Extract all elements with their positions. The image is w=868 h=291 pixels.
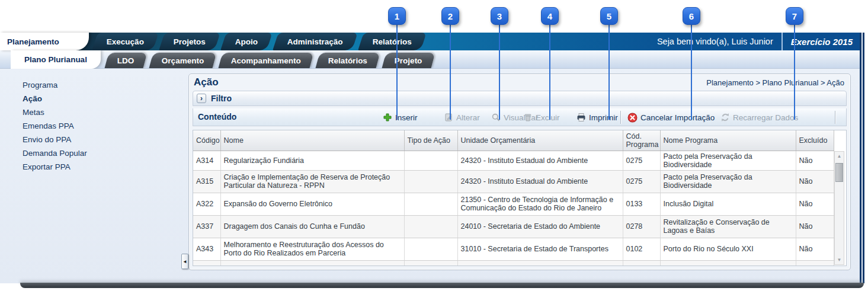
breadcrumb: Planejamento > Plano Plurianual > Ação — [706, 78, 844, 87]
app-window: Planejamento Execução Projetos Apoio Adm… — [0, 33, 864, 283]
cell-cod-programa: 0102 — [623, 238, 660, 260]
filter-bar[interactable]: › Filtro — [193, 91, 847, 106]
sidebar-item-emendas-ppa[interactable]: Emendas PPA — [0, 119, 188, 133]
cell-excluido: Não — [796, 193, 834, 215]
data-table-wrapper: Código Nome Tipo de Ação Unidade Orçamen… — [193, 130, 847, 266]
printer-icon — [576, 113, 586, 122]
cell-tipo — [404, 151, 457, 170]
cell-cod-programa: 0278 — [623, 215, 660, 238]
column-header-nome[interactable]: Nome — [220, 130, 404, 151]
scroll-up-arrow[interactable]: ▲ — [835, 152, 844, 161]
sidebar-item-exportar-ppa[interactable]: Exportar PPA — [0, 160, 188, 174]
filter-label: Filtro — [211, 94, 232, 103]
cell-nome: Dragagem dos Canais do Cunha e Fundão — [220, 215, 404, 238]
sidebar-item-programa[interactable]: Programa — [0, 78, 188, 92]
cell-unidade: 24320 - Instituto Estadual do Ambiente — [457, 151, 623, 170]
column-header-tipo-de-acao[interactable]: Tipo de Ação — [404, 130, 457, 151]
scroll-down-arrow[interactable]: ▼ — [835, 255, 844, 264]
column-header-unidade-orcamentaria[interactable]: Unidade Orçamentária — [457, 130, 623, 151]
sidebar-item-metas[interactable]: Metas — [0, 105, 188, 119]
cell-cod-programa: 0133 — [623, 193, 660, 215]
button-label: Cancelar Importação — [640, 113, 715, 122]
table-row[interactable]: A322 Expansão do Governo Eletrônico 2135… — [193, 193, 834, 215]
secondary-nav: Plano Plurianual LDO Orçamento Acompanha… — [0, 50, 860, 69]
sidebar: Programa Ação Metas Emendas PPA Envio do… — [0, 69, 188, 283]
print-button[interactable]: Imprimir — [576, 111, 618, 124]
table-row[interactable]: A343 Melhoramento e Reestruturação dos A… — [193, 238, 834, 260]
tab-label: Apoio — [235, 37, 258, 46]
tab-projetos[interactable]: Projetos — [159, 33, 220, 50]
toolbar-label: Conteúdo — [198, 112, 236, 121]
callout-line-2 — [450, 8, 451, 120]
cancel-import-button[interactable]: Cancelar Importação — [627, 111, 715, 124]
page: 1 2 3 4 5 6 7 Planejamento Execução Proj… — [0, 0, 868, 291]
insert-button[interactable]: Inserir — [383, 111, 418, 124]
table-row[interactable]: A398 Auditoria das Folhas de Pagamento 1… — [193, 260, 834, 266]
tab-execucao[interactable]: Execução — [92, 33, 159, 50]
sidebar-collapse-handle[interactable]: ◄ — [181, 254, 188, 269]
cell-nome-programa: Revitalização e Conservação de Lagoas e … — [660, 215, 796, 238]
tab-ldo[interactable]: LDO — [105, 53, 147, 68]
welcome-text: Seja bem vindo(a), Luis Junior — [657, 37, 781, 46]
column-header-nome-programa[interactable]: Nome Programa — [660, 130, 796, 151]
toolbar-separator — [835, 111, 835, 124]
tab-relatorios-2[interactable]: Relatórios — [315, 53, 380, 68]
button-label: Inserir — [395, 113, 418, 122]
scrollbar-thumb[interactable] — [835, 163, 843, 182]
callout-badge-1: 1 — [388, 7, 406, 25]
column-header-cod-programa[interactable]: Cód. Programa — [623, 130, 660, 151]
button-label: Alterar — [456, 113, 480, 122]
main-panel: Ação Planejamento > Plano Plurianual > A… — [188, 73, 851, 270]
cell-excluido: Não — [796, 238, 834, 260]
table-vertical-scrollbar[interactable]: ▲ ▼ — [834, 151, 844, 265]
tab-relatorios[interactable]: Relatórios — [358, 33, 427, 50]
cell-excluido: Não — [796, 170, 834, 193]
toolbar-separator — [620, 111, 621, 124]
cell-unidade: 24320 - Instituto Estadual do Ambiente — [457, 170, 623, 193]
button-label: Imprimir — [589, 113, 618, 122]
tab-projeto[interactable]: Projeto — [382, 53, 434, 68]
nav-right-area: Seja bem vindo(a), Luis Junior Exercício… — [657, 33, 860, 50]
tab-label: Relatórios — [373, 37, 412, 46]
sidebar-item-envio-do-ppa[interactable]: Envio do PPA — [0, 133, 188, 146]
callout-line-6 — [691, 8, 692, 120]
cell-nome: Melhoramento e Reestruturação dos Acesso… — [220, 238, 404, 260]
cell-codigo: A398 — [193, 260, 220, 266]
tab-administracao[interactable]: Administração — [273, 33, 358, 50]
filter-expand-icon[interactable]: › — [197, 94, 206, 103]
callout-badge-6: 6 — [683, 7, 700, 25]
tab-label: LDO — [117, 56, 134, 65]
edit-icon — [444, 113, 453, 122]
table-row[interactable]: A315 Criação e Implementação de Reserva … — [193, 170, 834, 193]
callout-badge-3: 3 — [491, 7, 508, 25]
column-header-excluido[interactable]: Excluído — [796, 130, 834, 151]
refresh-icon — [720, 113, 730, 122]
tab-apoio[interactable]: Apoio — [220, 33, 273, 50]
content-toolbar: Conteúdo Inserir Alterar Visualizar — [193, 108, 847, 126]
tab-label: Relatórios — [328, 56, 367, 65]
cell-unidade: 31010 - Secretaria de Estado de Transpor… — [457, 238, 623, 260]
reload-data-button[interactable]: Recarregar Dados — [720, 111, 798, 124]
cell-nome: Regularização Fundiária — [220, 151, 404, 170]
column-header-codigo[interactable]: Código — [193, 130, 220, 151]
cell-codigo: A337 — [193, 215, 220, 238]
table-row[interactable]: A337 Dragagem dos Canais do Cunha e Fund… — [193, 215, 834, 238]
cell-codigo: A322 — [193, 193, 220, 215]
tab-planejamento[interactable]: Planejamento — [0, 33, 89, 50]
sidebar-item-acao[interactable]: Ação — [0, 92, 188, 105]
cell-codigo: A315 — [193, 170, 220, 193]
table-row[interactable]: A314 Regularização Fundiária 24320 - Ins… — [193, 151, 834, 170]
cell-cod-programa: 0036 — [623, 260, 660, 266]
callout-line-4 — [549, 8, 550, 120]
button-label: Recarregar Dados — [733, 113, 798, 122]
tab-orcamento[interactable]: Orçamento — [149, 53, 216, 68]
sidebar-item-demanda-popular[interactable]: Demanda Popular — [0, 146, 188, 160]
cell-codigo: A314 — [193, 151, 220, 170]
cell-nome-programa: Pacto pela Preservação da Biodiversidade — [660, 151, 796, 170]
tab-acompanhamento[interactable]: Acompanhamento — [218, 53, 313, 68]
cell-excluido: Não — [796, 151, 834, 170]
content-area: Programa Ação Metas Emendas PPA Envio do… — [0, 69, 860, 283]
delete-button[interactable]: Excluir — [523, 111, 560, 124]
tab-plano-plurianual[interactable]: Plano Plurianual — [11, 50, 101, 69]
tab-label: Projeto — [395, 56, 422, 65]
